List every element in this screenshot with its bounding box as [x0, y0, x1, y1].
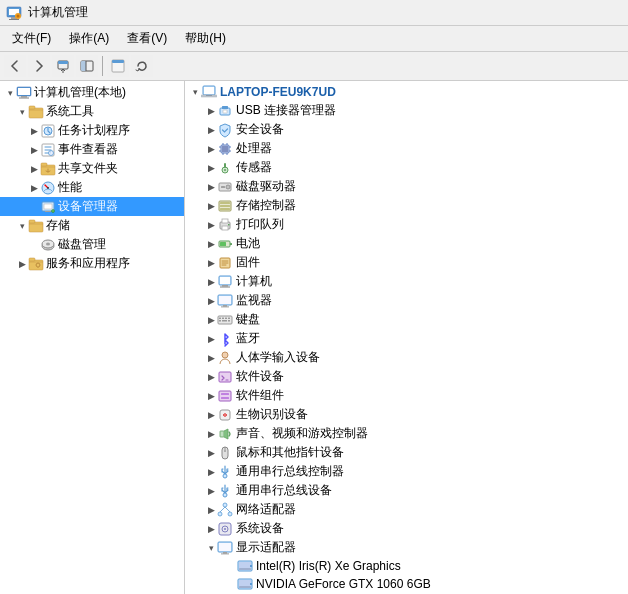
software2-icon [217, 388, 233, 404]
expand-print[interactable]: ▶ [205, 219, 217, 231]
menu-view[interactable]: 查看(V) [119, 28, 175, 49]
rp-usb-device[interactable]: ▶ 通用串行总线设备 [185, 481, 628, 500]
expand-task[interactable]: ▶ [28, 125, 40, 137]
svg-point-31 [52, 209, 55, 212]
svg-rect-93 [219, 391, 231, 401]
expand-perf[interactable]: ▶ [28, 182, 40, 194]
menu-file[interactable]: 文件(F) [4, 28, 59, 49]
tree-item-device-manager[interactable]: 设备管理器 [0, 197, 184, 216]
expand-software-component[interactable]: ▶ [205, 390, 217, 402]
tree-item-performance[interactable]: ▶ 性能 [0, 178, 184, 197]
expand-bio[interactable]: ▶ [205, 409, 217, 421]
expand-security[interactable]: ▶ [205, 124, 217, 136]
expand-network[interactable]: ▶ [205, 504, 217, 516]
rp-header[interactable]: ▾ LAPTOP-FEU9K7UD [185, 83, 628, 101]
expand-usb-device[interactable]: ▶ [205, 485, 217, 497]
expand-usb-connector[interactable]: ▶ [205, 105, 217, 117]
rp-usb-ctrl[interactable]: ▶ 通用串行总线控制器 [185, 462, 628, 481]
expand-mouse[interactable]: ▶ [205, 447, 217, 459]
mouse-label: 鼠标和其他指针设备 [236, 444, 344, 461]
rp-system-device[interactable]: ▶ 系统设备 [185, 519, 628, 538]
rp-battery[interactable]: ▶ 电池 [185, 234, 628, 253]
expand-bluetooth[interactable]: ▶ [205, 333, 217, 345]
expand-disk[interactable] [28, 239, 40, 251]
expand-sound[interactable]: ▶ [205, 428, 217, 440]
tree-item-shared-folders[interactable]: ▶ 共享文件夹 [0, 159, 184, 178]
tree-item-system-tools[interactable]: ▾ 系统工具 [0, 102, 184, 121]
refresh-button[interactable] [131, 55, 153, 77]
expand-disk-drive[interactable]: ▶ [205, 181, 217, 193]
expand-laptop[interactable]: ▾ [189, 86, 201, 98]
rp-disk-drive[interactable]: ▶ 磁盘驱动器 [185, 177, 628, 196]
svg-rect-73 [220, 242, 226, 246]
rp-print[interactable]: ▶ 打印队列 [185, 215, 628, 234]
svg-rect-33 [29, 220, 35, 223]
expand-hid[interactable]: ▶ [205, 352, 217, 364]
expand-battery[interactable]: ▶ [205, 238, 217, 250]
gpu-icon [237, 558, 253, 574]
expand-root[interactable]: ▾ [4, 87, 16, 99]
menu-help[interactable]: 帮助(H) [177, 28, 234, 49]
menu-action[interactable]: 操作(A) [61, 28, 117, 49]
expand-sensor[interactable]: ▶ [205, 162, 217, 174]
event-label: 事件查看器 [58, 141, 118, 158]
expand-event[interactable]: ▶ [28, 144, 40, 156]
tree-item-task-scheduler[interactable]: ▶ 任务计划程序 [0, 121, 184, 140]
rp-usb-connector[interactable]: ▶ USB 连接器管理器 [185, 101, 628, 120]
forward-button[interactable] [28, 55, 50, 77]
rp-bluetooth[interactable]: ▶ 蓝牙 [185, 329, 628, 348]
rp-security[interactable]: ▶ 安全设备 [185, 120, 628, 139]
rp-display[interactable]: ▾ 显示适配器 [185, 538, 628, 557]
rp-mouse[interactable]: ▶ 鼠标和其他指针设备 [185, 443, 628, 462]
sound-icon [217, 426, 233, 442]
svg-point-102 [223, 503, 227, 507]
rp-software-component[interactable]: ▶ 软件组件 [185, 386, 628, 405]
rp-sound[interactable]: ▶ 声音、视频和游戏控制器 [185, 424, 628, 443]
show-hide-button[interactable] [76, 55, 98, 77]
tree-item-event-viewer[interactable]: ▶ ! 事件查看器 [0, 140, 184, 159]
tree-item-disk-management[interactable]: 磁盘管理 [0, 235, 184, 254]
rp-nvidia-gtx[interactable]: ▶ NVIDIA GeForce GTX 1060 6GB [185, 575, 628, 593]
expand-storage-ctrl[interactable]: ▶ [205, 200, 217, 212]
rp-hid[interactable]: ▶ 人体学输入设备 [185, 348, 628, 367]
rp-storage-ctrl[interactable]: ▶ 存储控制器 [185, 196, 628, 215]
expand-display[interactable]: ▾ [205, 542, 217, 554]
expand-firmware[interactable]: ▶ [205, 257, 217, 269]
expand-cpu[interactable]: ▶ [205, 143, 217, 155]
expand-usb-ctrl[interactable]: ▶ [205, 466, 217, 478]
back-button[interactable] [4, 55, 26, 77]
intel-gpu-label: Intel(R) Iris(R) Xe Graphics [256, 559, 401, 573]
expand-shared[interactable]: ▶ [28, 163, 40, 175]
up-button[interactable] [52, 55, 74, 77]
rp-network[interactable]: ▶ 网络适配器 [185, 500, 628, 519]
expand-software-device[interactable]: ▶ [205, 371, 217, 383]
rp-monitor[interactable]: ▶ 监视器 [185, 291, 628, 310]
laptop-icon [201, 84, 217, 100]
console-button[interactable] [107, 55, 129, 77]
gpu-icon2 [237, 576, 253, 592]
rp-firmware[interactable]: ▶ 固件 [185, 253, 628, 272]
svg-rect-29 [44, 204, 52, 209]
system-device-label: 系统设备 [236, 520, 284, 537]
svg-rect-97 [220, 431, 224, 437]
rp-bio[interactable]: ▶ 生物识别设备 [185, 405, 628, 424]
rp-sensor[interactable]: ▶ 传感器 [185, 158, 628, 177]
expand-storage[interactable]: ▾ [16, 220, 28, 232]
expand-system-device[interactable]: ▶ [205, 523, 217, 535]
tree-item-root[interactable]: ▾ 计算机管理(本地) [0, 83, 184, 102]
sound-label: 声音、视频和游戏控制器 [236, 425, 368, 442]
tree-item-storage[interactable]: ▾ 存储 [0, 216, 184, 235]
expand-services[interactable]: ▶ [16, 258, 28, 270]
rp-keyboard[interactable]: ▶ 键盘 [185, 310, 628, 329]
rp-software-device[interactable]: ▶ 软件设备 [185, 367, 628, 386]
rp-computer[interactable]: ▶ 计算机 [185, 272, 628, 291]
expand-keyboard[interactable]: ▶ [205, 314, 217, 326]
svg-point-91 [222, 352, 228, 358]
rp-cpu[interactable]: ▶ 处理器 [185, 139, 628, 158]
rp-intel-gpu[interactable]: ▶ Intel(R) Iris(R) Xe Graphics [185, 557, 628, 575]
expand-computer[interactable]: ▶ [205, 276, 217, 288]
expand-device[interactable] [28, 201, 40, 213]
expand-monitor[interactable]: ▶ [205, 295, 217, 307]
tree-item-services[interactable]: ▶ 服务和应用程序 [0, 254, 184, 273]
expand-system-tools[interactable]: ▾ [16, 106, 28, 118]
